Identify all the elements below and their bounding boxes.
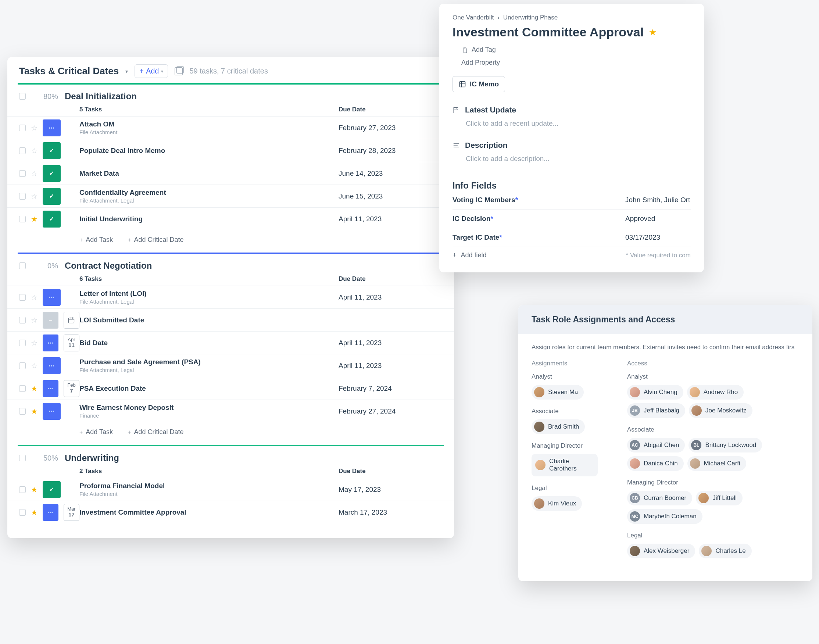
role-label: Managing Director [627,479,799,486]
section-checkbox[interactable] [19,93,26,100]
person-chip[interactable]: Joe Moskowitz [689,403,752,418]
task-checkbox[interactable] [19,170,26,177]
info-field-row[interactable]: IC Decision* Approved [452,209,691,228]
assignments-column-header: Assignments [532,360,623,367]
person-chip[interactable]: BL Brittany Lockwood [689,438,762,452]
add-tag-button[interactable]: 🏷 Add Tag [461,46,691,54]
status-done-icon[interactable] [43,188,61,205]
star-icon[interactable]: ★ [31,407,37,416]
star-icon[interactable]: ☆ [31,192,37,201]
add-task-button[interactable]: +Add Task [80,428,113,436]
task-checkbox[interactable] [19,216,26,222]
person-chip[interactable]: Alex Weisberger [627,544,695,558]
description-input[interactable]: Click to add a description... [466,155,691,163]
task-due-date: February 27, 2024 [339,407,396,416]
task-row[interactable]: ☆ Market Data June 14, 2023 [7,162,454,184]
task-row[interactable]: ☆ Attach OM File Attachment February 27,… [7,116,454,139]
section-title[interactable]: Contract Negotiation [65,261,152,271]
task-checkbox[interactable] [19,486,26,493]
star-icon[interactable]: ☆ [31,293,37,302]
add-critical-date-button[interactable]: +Add Critical Date [127,428,183,436]
status-pending-icon[interactable] [43,357,61,374]
status-pending-icon[interactable] [43,403,61,420]
status-empty-icon[interactable]: – [43,312,58,329]
task-row[interactable]: ☆ – LOI Submitted Date [7,308,454,331]
person-chip[interactable]: Charles Le [699,544,752,558]
copy-icon[interactable] [175,67,183,75]
star-icon[interactable]: ☆ [31,316,37,325]
task-checkbox[interactable] [19,362,26,369]
task-row[interactable]: ★ Feb7 PSA Execution Date February 7, 20… [7,377,454,400]
star-icon[interactable]: ☆ [31,146,37,155]
star-icon[interactable]: ☆ [31,339,37,347]
add-critical-date-button[interactable]: +Add Critical Date [127,236,183,244]
status-pending-icon[interactable] [43,504,58,521]
breadcrumb-item[interactable]: One Vanderbilt [452,14,494,21]
star-icon[interactable]: ★ [31,215,37,224]
star-icon[interactable]: ☆ [31,361,37,370]
status-pending-icon[interactable] [43,289,61,306]
ic-memo-button[interactable]: IC Memo [452,76,505,92]
person-chip[interactable]: Danica Chin [627,456,684,471]
task-checkbox[interactable] [19,340,26,346]
task-checkbox[interactable] [19,317,26,324]
breadcrumb-item[interactable]: Underwriting Phase [503,14,558,21]
task-name: Populate Deal Intro Memo [80,147,339,155]
task-checkbox[interactable] [19,124,26,131]
add-property-button[interactable]: Add Property [461,59,691,66]
add-button[interactable]: + Add ▾ [135,64,168,78]
person-chip[interactable]: Charlie Carothers [532,454,598,476]
person-chip[interactable]: Jiff Littell [696,491,742,505]
task-row[interactable]: ★ Proforma Financial Model File Attachme… [7,478,454,501]
add-field-button[interactable]: Add field [461,251,487,259]
chevron-down-icon[interactable]: ▾ [125,68,128,74]
task-checkbox[interactable] [19,147,26,154]
task-row[interactable]: ★ Initial Underwriting April 11, 2023 [7,207,454,230]
task-checkbox[interactable] [19,509,26,516]
info-field-row[interactable]: Voting IC Members* John Smith, Julie Ort [452,191,691,209]
person-chip[interactable]: MC Marybeth Coleman [627,509,702,524]
star-icon[interactable]: ★ [31,485,37,494]
star-icon[interactable]: ★ [31,384,37,393]
task-row[interactable]: ★ Wire Earnest Money Deposit Finance Feb… [7,400,454,422]
task-row[interactable]: ☆ Confidentiality Agreement File Attachm… [7,184,454,207]
status-pending-icon[interactable] [43,334,58,351]
section-title[interactable]: Deal Initialization [65,91,137,101]
star-icon[interactable]: ☆ [31,124,37,132]
person-chip[interactable]: JB Jeff Blasbalg [627,403,685,418]
add-task-button[interactable]: +Add Task [80,236,113,244]
section-title[interactable]: Underwriting [65,453,119,463]
task-name: Letter of Intent (LOI) [80,290,339,298]
person-chip[interactable]: Steven Ma [532,385,584,400]
person-chip[interactable]: Andrew Rho [687,385,744,400]
info-field-row[interactable]: Target IC Date* 03/17/2023 [452,228,691,247]
section-checkbox[interactable] [19,455,26,461]
task-checkbox[interactable] [19,408,26,415]
person-chip[interactable]: Michael Carfi [687,456,746,471]
task-checkbox[interactable] [19,385,26,392]
calendar-icon[interactable] [64,312,80,329]
status-pending-icon[interactable] [43,380,58,397]
star-icon[interactable]: ☆ [31,169,37,178]
status-pending-icon[interactable] [43,120,61,136]
person-chip[interactable]: AC Abigail Chen [627,438,685,452]
status-done-icon[interactable] [43,165,61,182]
status-done-icon[interactable] [43,481,61,498]
person-chip[interactable]: Kim Vieux [532,496,582,511]
task-row[interactable]: ☆ Purchase and Sale Agreement (PSA) File… [7,354,454,377]
star-icon[interactable]: ★ [649,27,657,37]
person-chip[interactable]: CB Curran Boomer [627,491,692,505]
task-row[interactable]: ☆ Letter of Intent (LOI) File Attachment… [7,285,454,308]
task-checkbox[interactable] [19,294,26,301]
latest-update-input[interactable]: Click to add a recent update... [466,120,691,127]
task-checkbox[interactable] [19,193,26,199]
person-chip[interactable]: Alvin Cheng [627,385,683,400]
task-row[interactable]: ★ Mar17 Investment Committee Approval Ma… [7,501,454,523]
task-row[interactable]: ☆ Populate Deal Intro Memo February 28, … [7,139,454,162]
status-done-icon[interactable] [43,142,61,159]
status-done-icon[interactable] [43,211,61,227]
task-row[interactable]: ☆ Apr11 Bid Date April 11, 2023 [7,331,454,354]
star-icon[interactable]: ★ [31,508,37,517]
person-chip[interactable]: Brad Smith [532,419,585,434]
section-checkbox[interactable] [19,262,26,269]
